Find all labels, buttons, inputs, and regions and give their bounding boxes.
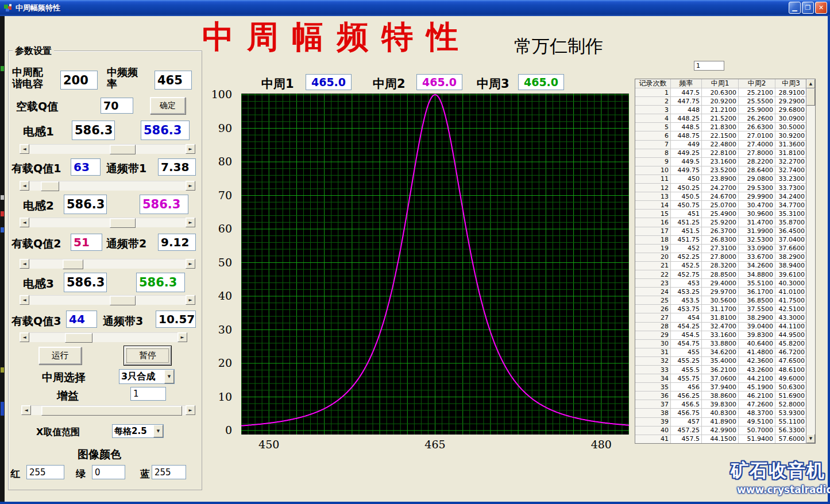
table-row[interactable]: 1447.520.630025.210028.9100 [635, 88, 806, 97]
scroll-thumb[interactable] [41, 406, 182, 416]
inductance3-input[interactable]: 586.3 [64, 273, 107, 292]
table-row[interactable]: 30454.7533.880040.640045.8200 [635, 340, 806, 348]
scroll-thumb[interactable] [110, 296, 136, 305]
scroll-down-icon[interactable]: ▼ [806, 434, 815, 443]
table-row[interactable]: 26453.7531.170037.550042.5100 [635, 305, 806, 313]
scroll-right-icon[interactable]: ► [186, 259, 195, 269]
dropdown-arrow-icon[interactable]: ▼ [164, 370, 174, 383]
loaded-q3-input[interactable]: 44 [66, 311, 97, 328]
loaded-q2-input[interactable]: 51 [71, 234, 102, 251]
if-select-dropdown[interactable]: 3只合成 ▼ [119, 369, 175, 384]
table-row[interactable]: 41457.544.150051.940057.6000 [635, 435, 806, 443]
inductance2-scrollbar[interactable]: ◄ ► [20, 218, 195, 227]
table-row[interactable]: 2447.7520.920025.550029.2900 [635, 97, 806, 106]
scroll-right-icon[interactable]: ► [186, 181, 195, 191]
table-row[interactable]: 32455.2535.400042.360047.6500 [635, 357, 806, 366]
table-row[interactable]: 16451.2525.920031.470035.8700 [635, 218, 806, 227]
scroll-thumb[interactable] [63, 259, 83, 269]
table-row[interactable]: 37456.539.830047.260052.8000 [635, 400, 806, 409]
dropdown-arrow-icon[interactable]: ▼ [153, 425, 163, 437]
title-bar[interactable]: 中周幅频特性 ▁ ❐ ✕ [0, 0, 830, 16]
table-row[interactable]: 344821.210025.900029.6800 [635, 106, 806, 114]
confirm-button[interactable]: 确定 [150, 97, 186, 114]
scroll-left-icon[interactable]: ◄ [20, 181, 29, 191]
table-row[interactable]: 2345329.400035.510040.3000 [635, 279, 806, 288]
table-row[interactable]: 28454.2532.470039.040044.1100 [635, 323, 806, 331]
table-row[interactable]: 22452.7528.850034.880039.6100 [635, 270, 806, 279]
loaded-q3-scrollbar[interactable]: ◄ ► [20, 332, 187, 342]
tuning-cap-input[interactable]: 200 [60, 71, 98, 90]
table-row[interactable]: 3545637.940045.190050.6300 [635, 383, 806, 391]
loaded-q1-input[interactable]: 63 [71, 158, 101, 176]
loaded-q1-scrollbar[interactable]: ◄ ► [20, 181, 195, 191]
table-row[interactable]: 9449.523.160028.220032.2700 [635, 158, 806, 166]
table-row[interactable]: 24453.2529.970036.170041.0100 [635, 288, 806, 296]
unloaded-q-input[interactable]: 70 [101, 98, 133, 114]
table-row[interactable]: 17451.526.370031.990036.4500 [635, 227, 806, 236]
table-row[interactable]: 10449.7523.520028.640032.7400 [635, 166, 806, 175]
minimize-button[interactable]: ▁ [789, 2, 801, 14]
inductance3-scrollbar[interactable]: ◄ ► [20, 295, 195, 305]
maximize-button[interactable]: ❐ [802, 2, 814, 14]
red-input[interactable]: 255 [26, 465, 64, 479]
table-row[interactable]: 1145023.890029.080033.2300 [635, 175, 806, 184]
scroll-thumb[interactable] [806, 88, 815, 106]
table-row[interactable]: 744922.480027.400031.3600 [635, 141, 806, 149]
table-row[interactable]: 5448.521.830026.630030.5000 [635, 123, 806, 131]
scroll-left-icon[interactable]: ◄ [20, 144, 29, 154]
gain-scrollbar[interactable]: ◄ ► [21, 405, 195, 415]
record-counter-input[interactable]: 1 [694, 61, 724, 71]
table-row[interactable]: 29454.533.160039.830044.9500 [635, 331, 806, 340]
scroll-right-icon[interactable]: ► [177, 332, 187, 342]
table-row[interactable]: 8449.2522.810027.800031.8100 [635, 149, 806, 158]
inductance1-input[interactable]: 586.3 [72, 121, 115, 140]
table-row[interactable]: 1545125.490030.960035.3100 [635, 210, 806, 218]
table-row[interactable]: 25453.530.560036.850041.7500 [635, 296, 806, 305]
table-row[interactable]: 3145534.620041.480046.7200 [635, 348, 806, 357]
table-row[interactable]: 21452.528.320034.260038.9400 [635, 262, 806, 270]
scroll-track[interactable] [29, 295, 186, 305]
gain-input[interactable]: 1 [130, 387, 166, 401]
table-row[interactable]: 2745431.810038.290043.3000 [635, 313, 806, 322]
scroll-left-icon[interactable]: ◄ [21, 405, 31, 415]
close-button[interactable]: ✕ [815, 2, 827, 14]
scroll-track[interactable] [29, 181, 186, 191]
scroll-left-icon[interactable]: ◄ [20, 332, 29, 342]
pause-button[interactable]: 暂停 [124, 346, 171, 365]
scroll-left-icon[interactable]: ◄ [20, 218, 29, 227]
blue-input[interactable]: 255 [152, 465, 186, 479]
scroll-right-icon[interactable]: ► [186, 144, 195, 154]
scroll-track[interactable] [29, 332, 177, 342]
scroll-track[interactable] [31, 405, 186, 415]
scroll-right-icon[interactable]: ► [186, 295, 195, 305]
scroll-left-icon[interactable]: ◄ [20, 295, 29, 305]
table-row[interactable]: 1945227.310033.090037.6600 [635, 245, 806, 253]
table-row[interactable]: 34455.7537.060044.210049.6000 [635, 374, 806, 383]
table-row[interactable]: 20452.2527.800033.670038.2900 [635, 253, 806, 262]
table-row[interactable]: 18451.7526.830032.530037.0400 [635, 236, 806, 245]
scroll-track[interactable] [29, 259, 186, 269]
table-row[interactable]: 13450.524.670029.990034.2400 [635, 192, 806, 201]
green-input[interactable]: 0 [92, 465, 125, 479]
scroll-track[interactable] [29, 144, 186, 154]
table-row[interactable]: 33455.536.210043.260048.6100 [635, 366, 806, 374]
scroll-right-icon[interactable]: ► [186, 405, 195, 415]
scroll-thumb[interactable] [65, 333, 92, 343]
table-row[interactable]: 14450.7525.070030.470034.7700 [635, 201, 806, 210]
if-frequency-input[interactable]: 465 [155, 71, 192, 90]
scroll-track[interactable] [806, 88, 815, 434]
table-row[interactable]: 36456.2538.860046.210051.6900 [635, 391, 806, 400]
scroll-right-icon[interactable]: ► [186, 218, 195, 227]
table-vertical-scrollbar[interactable]: ▲ ▼ [806, 79, 815, 443]
table-row[interactable]: 6448.7522.150027.010030.9200 [635, 131, 806, 140]
inductance2-input[interactable]: 586.3 [64, 195, 107, 214]
scroll-track[interactable] [29, 218, 186, 227]
table-row[interactable]: 40457.2542.990050.700056.3300 [635, 427, 806, 435]
inductance1-scrollbar[interactable]: ◄ ► [20, 144, 195, 154]
scroll-thumb[interactable] [41, 181, 59, 191]
table-row[interactable]: 4448.2521.520026.260030.0900 [635, 114, 806, 123]
run-button[interactable]: 运行 [38, 347, 82, 365]
scroll-up-icon[interactable]: ▲ [806, 79, 815, 88]
scroll-thumb[interactable] [110, 145, 136, 154]
table-row[interactable]: 3945741.890049.510055.1100 [635, 418, 806, 427]
